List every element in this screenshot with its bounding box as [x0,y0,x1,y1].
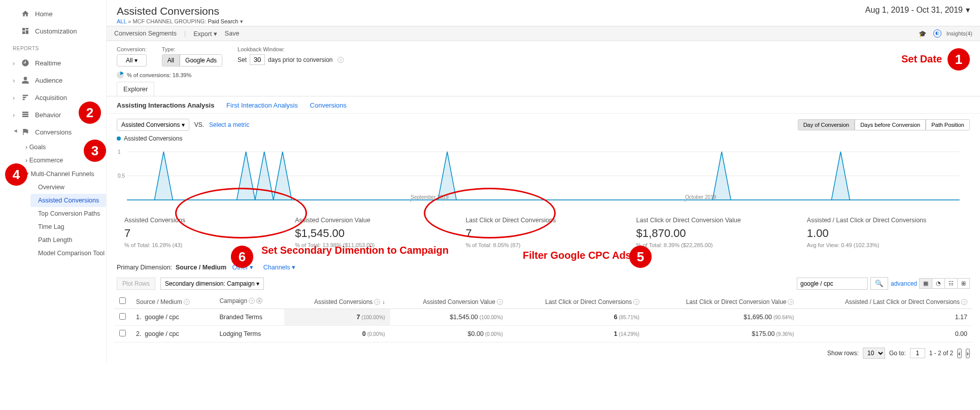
nav-audience[interactable]: ›Audience [0,72,106,89]
nav-behavior[interactable]: ›Behavior [0,106,106,123]
col-assisted-value[interactable]: Assisted Conversion Value? [390,294,508,309]
lookback-label: Lookback Window: [238,46,343,52]
nav-conversions[interactable]: ▾Conversions [0,123,106,141]
breadcrumb-dropdown-icon[interactable]: ▾ [240,18,243,24]
summary-ratio: Assisted / Last Click or Direct Conversi… [799,212,970,253]
type-all-button[interactable]: All [162,54,180,66]
pagination: Show rows: 10 Go to: 1 - 2 of 2 ‹ › [107,343,980,364]
save-button[interactable]: Save [225,30,240,37]
svg-text:October 2019: October 2019 [685,194,717,200]
gran-days-before[interactable]: Days before Conversion [855,119,926,130]
view-pie-button[interactable]: ◔ [932,278,945,289]
gran-day[interactable]: Day of Conversion [798,119,855,130]
plot-rows-button: Plot Rows [117,278,155,290]
nav-assisted-conversions[interactable]: Assisted Conversions [30,194,106,207]
type-gads-button[interactable]: Google Ads [180,54,222,66]
pct-of-conversions: % of conversions: 18.39% [107,72,980,82]
col-assisted[interactable]: Assisted Conversions? ↓ [284,294,390,309]
pivot-icon: ⊞ [961,280,966,286]
nav-acquisition[interactable]: ›Acquisition [0,89,106,106]
insights-icon[interactable]: ◐ [933,29,941,38]
nav-top-conv-paths[interactable]: Top Conversion Paths [30,207,106,220]
sort-down-icon: ↓ [382,298,385,305]
date-range-picker[interactable]: Aug 1, 2019 - Oct 31, 2019▾ [865,5,970,15]
metric-dropdown[interactable]: Assisted Conversions ▾ [117,119,189,131]
chart-area[interactable]: 0.51September 2019October 2019 [107,144,980,207]
conversion-dropdown[interactable]: All ▾ [117,54,147,66]
prev-page-button[interactable]: ‹ [957,349,961,358]
chevron-right-icon: › [13,111,19,119]
nav-home[interactable]: Home [0,5,106,22]
nav-realtime[interactable]: ›Realtime [0,54,106,72]
search-button[interactable]: 🔍 [870,277,888,290]
remove-secondary-dim-icon[interactable]: ⓧ [256,297,262,304]
dim-channels[interactable]: Channels ▾ [263,264,295,271]
nav-time-lag[interactable]: Time Lag [30,220,106,233]
subtab-conversions[interactable]: Conversions [310,101,347,109]
content: Assisted Conversions ALL » MCF CHANNEL G… [107,0,980,364]
nav-customization[interactable]: Customization [0,22,106,40]
view-table-button[interactable]: ▦ [919,278,932,289]
pager-range: 1 - 2 of 2 [929,350,953,357]
gran-path-position[interactable]: Path Position [926,119,970,130]
nav-mcf[interactable]: ▾ Multi-Channel Funnels [25,167,106,181]
pie-icon: ◔ [936,280,941,286]
col-lastclick[interactable]: Last Click or Direct Conversions? [508,294,645,309]
select-all-checkbox[interactable] [119,297,126,304]
data-table: Source / Medium? Campaign? ⓧ Assisted Co… [114,294,972,343]
svg-text:1: 1 [118,149,121,155]
chevron-right-icon: › [13,94,19,101]
table-icon: ▦ [923,280,928,286]
tab-explorer[interactable]: Explorer [117,82,154,96]
nav-goals[interactable]: › Goals [25,141,106,154]
subtab-first-interaction[interactable]: First Interaction Analysis [226,101,298,109]
nav-overview[interactable]: Overview [30,181,106,194]
col-ratio[interactable]: Assisted / Last Click or Direct Conversi… [799,294,972,309]
pie-icon [117,72,124,79]
rows-select[interactable]: 10 [863,348,885,359]
col-source[interactable]: Source / Medium? [131,294,214,309]
nav-path-length[interactable]: Path Length [30,233,106,247]
dashboard-icon [21,26,30,36]
export-button[interactable]: Export ▾ [193,30,217,38]
advanced-filter-link[interactable]: advanced [891,280,917,287]
select-metric-link[interactable]: Select a metric [209,121,249,128]
svg-text:September 2019: September 2019 [411,194,449,200]
insights-button[interactable]: Insights(4) [947,30,972,37]
nav-model-comparison[interactable]: Model Comparison Tool [30,247,106,260]
dim-source-medium[interactable]: Source / Medium [176,264,226,271]
col-campaign[interactable]: Campaign? ⓧ [214,294,284,309]
home-icon [21,9,30,18]
table-row[interactable]: 1. google / cpc Branded Terms 7(100.00%)… [114,309,972,326]
reports-header: REPORTS [0,40,106,54]
flag-icon [21,127,30,136]
row-checkbox[interactable] [119,313,126,320]
sidebar: Home Customization REPORTS ›Realtime ›Au… [0,0,107,364]
chevron-right-icon: › [13,77,19,84]
nav-ecommerce[interactable]: › Ecommerce [25,154,106,167]
behavior-icon [21,110,30,119]
next-page-button[interactable]: › [966,349,970,358]
summary-lastclick-value: Last Click or Direct Conversion Value$1,… [629,212,799,253]
filter-input[interactable] [797,278,868,290]
breadcrumb-all[interactable]: ALL [117,18,126,24]
acquisition-icon [21,93,30,102]
conversion-segments-button[interactable]: Conversion Segments [114,30,177,37]
summary-assisted-conversions: Assisted Conversions7% of Total: 16.28% … [117,212,287,253]
row-checkbox[interactable] [119,330,126,336]
table-row[interactable]: 2. google / cpc Lodging Terms 0(0.00%) $… [114,326,972,343]
lookback-days-input[interactable] [250,54,265,65]
dim-other[interactable]: Other ▾ [232,264,254,271]
secondary-dimension-dropdown[interactable]: Secondary dimension: Campaign ▾ [160,278,264,290]
view-pivot-button[interactable]: ⊞ [957,278,970,289]
primary-dimension-row: Primary Dimension: Source / Medium Other… [107,258,980,273]
col-lastclick-value[interactable]: Last Click or Direct Conversion Value? [645,294,799,309]
view-bar-button[interactable]: ☷ [944,278,958,289]
subtab-assisting[interactable]: Assisting Interactions Analysis [117,101,214,109]
goto-input[interactable] [910,348,925,358]
page-title: Assisted Conversions [117,5,243,17]
help-icon[interactable]: ? [337,57,344,63]
chevron-down-icon: ▾ [25,170,30,178]
chevron-down-icon: ▾ [214,30,217,38]
graduation-icon[interactable]: 🎓 [919,30,927,38]
